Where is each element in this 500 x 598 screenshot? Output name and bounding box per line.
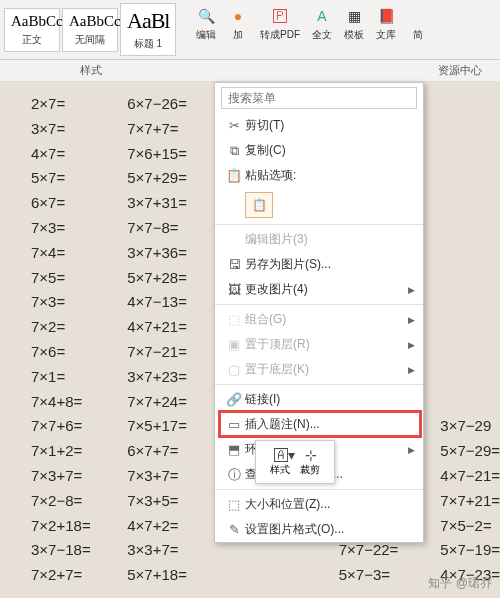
equation-cell: 7×7+21=: [440, 489, 500, 514]
menu-search-input[interactable]: [221, 87, 417, 109]
equation-cell: [440, 390, 500, 415]
section-style-label: 样式: [80, 63, 102, 78]
equation-cell: 7×6=: [31, 340, 121, 365]
menu-send-back: ▢置于底层(K)▶: [215, 357, 423, 382]
alt-icon: ⓘ: [223, 466, 245, 484]
text-icon: A: [312, 6, 332, 26]
menu-format-picture[interactable]: ✎设置图片格式(O)...: [215, 517, 423, 542]
fulltext-button[interactable]: A全文: [306, 4, 338, 44]
style-preview: AaBbCcDc: [11, 13, 53, 30]
menu-bring-front: ▣置于顶层(R)▶: [215, 332, 423, 357]
book-icon: 📕: [376, 6, 396, 26]
menu-size-position: ⬚组合(G)▶: [215, 307, 423, 332]
paste-icon: 📋: [223, 168, 245, 183]
paste-option-1[interactable]: 📋: [215, 188, 423, 222]
equation-cell: 7×2=: [31, 315, 121, 340]
menu-copy[interactable]: ⧉复制(C): [215, 138, 423, 163]
menu-save-as-picture[interactable]: 🖫另存为图片(S)...: [215, 252, 423, 277]
menu-link[interactable]: 🔗链接(I): [215, 387, 423, 412]
search-icon: 🔍: [196, 6, 216, 26]
equation-cell: 7×5−2=: [440, 514, 500, 539]
dot-icon: ●: [228, 6, 248, 26]
crop-label: 裁剪: [300, 463, 320, 477]
watermark: 知乎 @珺乔: [428, 575, 492, 592]
style-name: 标题 1: [127, 37, 169, 51]
equation-cell: 5×7+18=: [127, 563, 296, 588]
menu-paste-options: 📋粘贴选项:: [215, 163, 423, 188]
ribbon-actions: 🔍编辑 ●加 🄿转成PDF A全文 ▦模板 📕文库 简: [190, 0, 434, 59]
picture-icon: 🖼: [223, 282, 245, 297]
pdf-button[interactable]: 🄿转成PDF: [254, 4, 306, 44]
styles-gallery: AaBbCcDc 正文 AaBbCcDc 无间隔 AaBl 标题 1: [0, 0, 182, 59]
chevron-right-icon: ▶: [408, 315, 415, 325]
style-normal[interactable]: AaBbCcDc 正文: [4, 8, 60, 52]
caption-icon: ▭: [223, 417, 245, 432]
equation-cell: 7×1+2=: [31, 439, 121, 464]
menu-change-picture[interactable]: 🖼更改图片(4)▶: [215, 277, 423, 302]
style-label: 样式: [270, 463, 290, 477]
add-button[interactable]: ●加: [222, 4, 254, 44]
grid-icon: ▦: [344, 6, 364, 26]
edit-button[interactable]: 🔍编辑: [190, 4, 222, 44]
back-icon: ▢: [223, 362, 245, 377]
format-icon: ✎: [223, 522, 245, 537]
library-button[interactable]: 📕文库: [370, 4, 402, 44]
equation-cell: [440, 142, 500, 167]
style-nospacing[interactable]: AaBbCcDc 无间隔: [62, 8, 118, 52]
equation-cell: 6×7=: [31, 191, 121, 216]
wrap-icon: ⬒: [223, 442, 245, 457]
equation-cell: 5×7=: [31, 166, 121, 191]
equation-cell: [440, 365, 500, 390]
mini-toolbar: 🄰▾ ⊹ 样式 裁剪: [255, 440, 335, 484]
group-icon: ⬚: [223, 312, 245, 327]
equation-cell: 7×5=: [31, 266, 121, 291]
separator: [215, 224, 423, 225]
separator: [215, 304, 423, 305]
menu-search: [215, 83, 423, 113]
menu-size-pos2[interactable]: ⬚大小和位置(Z)...: [215, 492, 423, 517]
pdf-icon: 🄿: [270, 6, 290, 26]
style-name: 正文: [11, 33, 53, 47]
style-name: 无间隔: [69, 33, 111, 47]
equation-cell: 7×3=: [31, 290, 121, 315]
crop-icon[interactable]: ⊹: [305, 447, 317, 463]
equation-cell: 5×7−3=: [339, 563, 399, 588]
chevron-right-icon: ▶: [408, 285, 415, 295]
chevron-right-icon: ▶: [408, 445, 415, 455]
style-icon[interactable]: 🄰▾: [274, 447, 295, 463]
ribbon-sections: 样式 资源中心: [0, 60, 500, 82]
equation-cell: [440, 191, 500, 216]
equation-cell: 5×7−19=: [440, 538, 500, 563]
equation-cell: 4×7−21=: [440, 464, 500, 489]
style-heading1[interactable]: AaBl 标题 1: [120, 3, 176, 56]
equation-cell: [440, 315, 500, 340]
equation-cell: 7×4+8=: [31, 390, 121, 415]
separator: [215, 384, 423, 385]
equation-cell: 5×7−29=: [440, 439, 500, 464]
equation-cell: [440, 340, 500, 365]
equation-cell: 7×2+18=: [31, 514, 121, 539]
link-icon: 🔗: [223, 392, 245, 407]
front-icon: ▣: [223, 337, 245, 352]
chevron-right-icon: ▶: [408, 340, 415, 350]
equation-cell: 3×7−18=: [31, 538, 121, 563]
equation-cell: [440, 166, 500, 191]
equation-cell: 7×2−8=: [31, 489, 121, 514]
equation-cell: [440, 241, 500, 266]
style-preview: AaBl: [127, 8, 169, 34]
menu-caption[interactable]: ▭插入题注(N)...: [215, 412, 423, 437]
equation-cell: [440, 92, 500, 117]
save-icon: 🖫: [223, 257, 245, 272]
simple-button[interactable]: 简: [402, 4, 434, 44]
separator: [215, 489, 423, 490]
equation-cell: 2×7=: [31, 92, 121, 117]
equation-cell: [440, 117, 500, 142]
menu-cut[interactable]: ✂剪切(T): [215, 113, 423, 138]
menu-edit-picture: 编辑图片(3): [215, 227, 423, 252]
blank-icon: [408, 6, 428, 26]
style-preview: AaBbCcDc: [69, 13, 111, 30]
clipboard-icon: 📋: [245, 192, 273, 218]
equation-col-1: 2×7=3×7=4×7=5×7=6×7=7×3=7×4=7×5=7×3=7×2=…: [5, 92, 121, 588]
equation-cell: [440, 290, 500, 315]
template-button[interactable]: ▦模板: [338, 4, 370, 44]
